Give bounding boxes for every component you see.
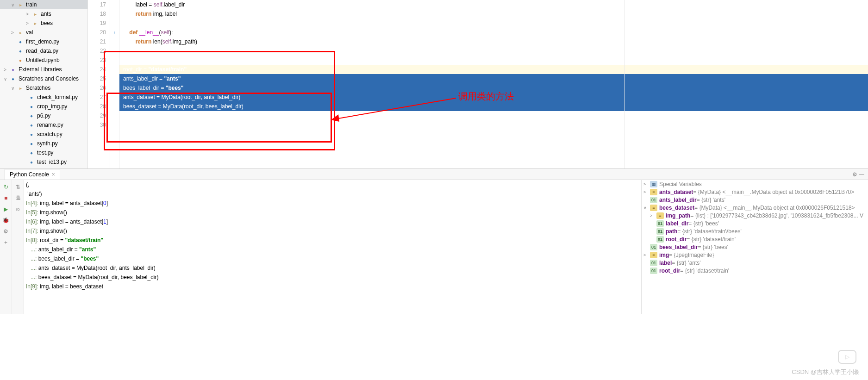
variable-row[interactable]: 01bees_label_dir = {str} 'bees' — [642, 243, 868, 251]
console-line: ...: bees_dataset = MyData(root_dir, bee… — [26, 273, 639, 282]
code-line[interactable]: root_dir = "dataset/train" — [119, 65, 868, 74]
svg-marker-1 — [331, 114, 339, 122]
code-line[interactable] — [119, 120, 868, 130]
code-line[interactable] — [119, 19, 868, 28]
variable-row[interactable]: 01path = {str} 'dataset/train\\bees' — [642, 227, 868, 235]
tree-item[interactable]: >▸ants — [0, 9, 87, 19]
tree-item[interactable]: ●first_demo.py — [0, 37, 87, 46]
console-toolbar-left: ↻ ■ ▶ 🐞 ⚙ + — [0, 180, 12, 314]
console-line: In[5]: img.show() — [26, 208, 639, 217]
project-tree[interactable]: ∨▸train>▸ants>▸bees>▸val●first_demo.py●r… — [0, 0, 88, 168]
tree-item[interactable]: >▸val — [0, 28, 87, 37]
tree-item[interactable]: ∨▸Scratches — [0, 83, 87, 93]
variables-panel[interactable]: >▦Special Variables>≡ants_dataset = {MyD… — [641, 180, 868, 314]
variable-row[interactable]: >≡img_path = {list} : ['1092977343_cb42b… — [642, 212, 868, 219]
fold-icon[interactable]: ⇅ — [14, 183, 22, 191]
tree-item[interactable]: ●crop_img.py — [0, 102, 87, 111]
settings-icon[interactable]: ⚙ — [2, 227, 10, 236]
console-line: In[7]: img.show() — [26, 226, 639, 236]
print-icon[interactable]: 🖶 — [14, 194, 22, 202]
code-line[interactable]: def __len__(self): — [119, 28, 868, 37]
code-line[interactable] — [119, 46, 868, 56]
svg-line-0 — [336, 98, 456, 119]
add-icon[interactable]: + — [2, 238, 10, 247]
variable-row[interactable]: >≡img = {JpegImageFile} — [642, 251, 868, 259]
link-icon[interactable]: ∞ — [14, 205, 22, 213]
stop-icon[interactable]: ■ — [2, 194, 10, 202]
code-line[interactable]: return img, label — [119, 9, 868, 19]
variable-row[interactable]: 01root_dir = {str} 'dataset/train' — [642, 235, 868, 243]
variable-row[interactable]: ∨≡bees_dataset = {MyData} <__main__.MyDa… — [642, 204, 868, 212]
tree-item[interactable]: ●rename.py — [0, 120, 87, 130]
code-line[interactable] — [119, 111, 868, 120]
console-line: ...: ants_label_dir = "ants" — [26, 245, 639, 254]
debug-icon[interactable]: 🐞 — [2, 216, 10, 224]
tree-item[interactable]: ●Untitled.ipynb — [0, 56, 87, 65]
gear-icon[interactable]: ⚙ — — [852, 171, 864, 178]
tree-item[interactable]: ●scratch.py — [0, 130, 87, 139]
tree-item[interactable]: ●synth.py — [0, 139, 87, 148]
variable-row[interactable]: 01label = {str} 'ants' — [642, 259, 868, 267]
code-line[interactable]: label = self.label_dir — [119, 0, 868, 9]
code-line[interactable]: bees_dataset = MyData(root_dir, bees_lab… — [119, 102, 868, 111]
tree-item[interactable]: ●test.py — [0, 148, 87, 157]
console-tab-bar: Python Console× ⚙ — — [0, 169, 868, 180]
console-line: In[4]: img, label = ants_dataset[0] — [26, 199, 639, 208]
code-line[interactable] — [119, 56, 868, 65]
variable-row[interactable]: 01label_dir = {str} 'bees' — [642, 219, 868, 227]
close-icon[interactable]: × — [52, 171, 55, 178]
annotation-arrow — [331, 96, 461, 124]
tree-item[interactable]: ●check_format.py — [0, 93, 87, 102]
tree-item[interactable]: >●External Libraries — [0, 65, 87, 74]
console-line: ...: ants_dataset = MyData(root_dir, ant… — [26, 263, 639, 273]
variable-row[interactable]: >≡ants_dataset = {MyData} <__main__.MyDa… — [642, 188, 868, 196]
code-line[interactable]: ants_label_dir = "ants" — [119, 74, 868, 83]
console-line: 'ants') — [26, 189, 639, 199]
tree-item[interactable]: >▸bees — [0, 19, 87, 28]
console-toolbar-2: ⇅ 🖶 ∞ — [12, 180, 24, 314]
tree-item[interactable]: ●test_ic13.py — [0, 157, 87, 167]
rerun-icon[interactable]: ↻ — [2, 183, 10, 191]
tree-item[interactable]: ∨●Scratches and Consoles — [0, 74, 87, 83]
console-line: In[8]: root_dir = "dataset/train" — [26, 236, 639, 245]
variable-row[interactable]: 01ants_label_dir = {str} 'ants' — [642, 196, 868, 204]
tree-item[interactable]: ●read_data.py — [0, 46, 87, 56]
annotation-text: 调用类的方法 — [458, 90, 514, 103]
variable-row[interactable]: >▦Special Variables — [642, 180, 868, 188]
tree-item[interactable]: ∨▸train — [0, 0, 87, 9]
tab-python-console[interactable]: Python Console× — [5, 169, 60, 180]
variable-row[interactable]: 01root_dir = {str} 'dataset/train' — [642, 267, 868, 274]
console-line: In[6]: img, label = ants_dataset[1] — [26, 217, 639, 226]
console-line: (, — [26, 180, 639, 189]
console-line: ...: bees_label_dir = "bees" — [26, 254, 639, 263]
console-line: In[9]: img, label = bees_dataset — [26, 282, 639, 291]
code-line[interactable]: return len(self.img_path) — [119, 37, 868, 46]
tree-item[interactable]: ●p6.py — [0, 111, 87, 120]
code-editor[interactable]: 1718192021222324252627282930 ↑ label = s… — [88, 0, 868, 168]
video-icon: ▷ — [838, 350, 856, 364]
console-output[interactable]: (, 'ants')In[4]: img, label = ants_datas… — [24, 180, 641, 314]
run-icon[interactable]: ▶ — [2, 205, 10, 213]
watermark: CSDN @吉林大学王小懒 — [792, 368, 859, 376]
